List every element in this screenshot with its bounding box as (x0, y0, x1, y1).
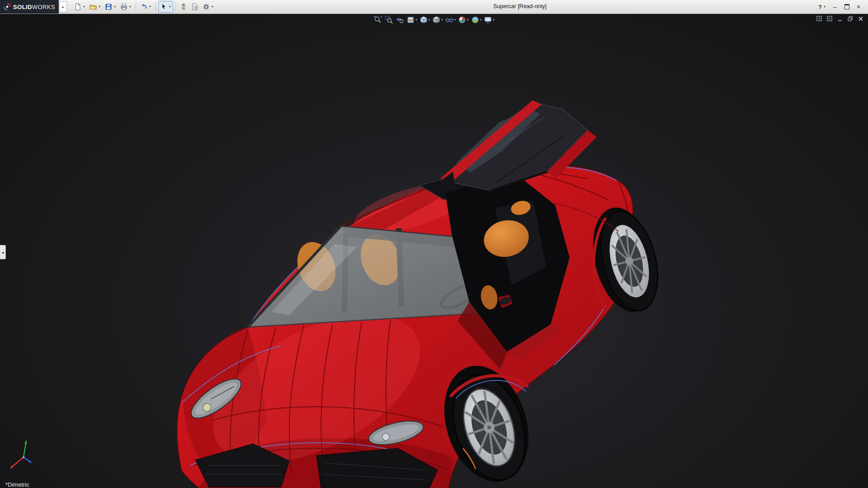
apply-scene-icon (471, 15, 480, 24)
menu-expand-tab[interactable]: ▸ (59, 1, 67, 12)
dropdown-caret[interactable]: ▾ (429, 15, 430, 24)
next-window-icon (826, 15, 833, 22)
help-button[interactable]: ? ▾ (816, 1, 828, 12)
zoom-to-area-icon (384, 15, 393, 24)
brand-text: SOLIDWORKS (13, 4, 55, 10)
view-orientation-button[interactable]: ▾ (419, 15, 431, 25)
section-view-icon (406, 15, 415, 24)
maximize-icon (844, 4, 849, 9)
dropdown-caret[interactable]: ▾ (128, 1, 132, 12)
help-icon: ? (818, 4, 822, 10)
model-canvas[interactable] (0, 14, 868, 488)
next-window-button[interactable] (826, 15, 833, 22)
undo-button[interactable]: ▾ (138, 1, 153, 13)
previous-window-button[interactable] (816, 15, 823, 22)
featuremanager-collapsed-tab[interactable]: ◀ (0, 245, 6, 259)
document-title: Supercar [Read-only] (470, 3, 570, 9)
dropdown-caret[interactable]: ▾ (148, 1, 152, 12)
zoom-to-fit-button[interactable] (373, 15, 383, 25)
minimize-document-icon (836, 15, 844, 22)
brand-solid: SOLID (13, 4, 32, 10)
previous-window-icon (816, 15, 823, 22)
minimize-document-button[interactable] (836, 15, 844, 22)
dropdown-caret[interactable]: ▾ (493, 15, 495, 24)
print-icon (120, 3, 128, 11)
panel-collapse-icon: ◀ (2, 251, 4, 254)
select-tool-button[interactable]: ▾ (158, 1, 173, 13)
open-button[interactable]: ▾ (88, 1, 103, 13)
brand-works: WORKS (32, 4, 55, 10)
dropdown-caret[interactable]: ▾ (480, 15, 482, 24)
file-properties-button[interactable] (189, 1, 200, 13)
car-model[interactable] (177, 100, 667, 488)
toolbar-separator (136, 2, 136, 11)
document-window-controls (816, 15, 864, 22)
save-icon (104, 3, 113, 11)
rebuild-icon (179, 3, 188, 11)
maximize-button[interactable] (842, 2, 852, 11)
options-button[interactable]: ▾ (201, 1, 216, 13)
edit-appearance-icon (458, 15, 467, 24)
view-orientation-icon (419, 15, 428, 24)
zoom-to-fit-icon (373, 15, 382, 24)
previous-view-button[interactable] (395, 15, 405, 25)
hide-show-items-icon (445, 15, 454, 24)
solidworks-logo: SOLIDWORKS (0, 0, 59, 14)
restore-document-button[interactable] (847, 15, 854, 22)
apply-scene-button[interactable]: ▾ (470, 15, 482, 25)
dropdown-caret[interactable]: ▾ (467, 15, 469, 24)
section-view-button[interactable]: ▾ (406, 15, 418, 25)
hide-show-items-button[interactable]: ▾ (444, 15, 457, 25)
view-settings-icon (483, 15, 492, 24)
options-icon (202, 3, 210, 11)
undo-icon (140, 3, 148, 11)
minimize-icon: – (833, 3, 837, 10)
main-toolbar: ▾ ▾ ▾ ▾ (72, 1, 216, 13)
dropdown-caret[interactable]: ▾ (211, 1, 214, 12)
restore-document-icon (847, 15, 854, 22)
coordinate-triad (6, 437, 36, 474)
dropdown-caret[interactable]: ▾ (441, 15, 443, 24)
dassault-logo-icon (4, 3, 11, 10)
close-document-button[interactable] (857, 15, 864, 22)
file-properties-icon (191, 3, 199, 11)
display-style-button[interactable]: ▾ (431, 15, 443, 25)
y-axis-green (24, 440, 27, 457)
menu-expand-icon: ▸ (62, 5, 64, 9)
dropdown-caret[interactable]: ▾ (823, 1, 826, 12)
headsup-view-toolbar: ▾ ▾ ▾ ▾ (373, 15, 495, 25)
titlebar-right-controls: ? ▾ – × (816, 1, 868, 12)
select-cursor-icon (160, 3, 168, 11)
dropdown-caret[interactable]: ▾ (98, 1, 101, 12)
save-button[interactable]: ▾ (103, 1, 118, 13)
dropdown-caret[interactable]: ▾ (82, 1, 86, 12)
z-axis-blue (24, 457, 32, 463)
view-orientation-label: *Dimetric (5, 481, 29, 488)
close-document-icon (857, 15, 864, 22)
new-document-icon (74, 3, 82, 11)
dropdown-caret[interactable]: ▾ (168, 1, 172, 12)
dropdown-caret[interactable]: ▾ (415, 15, 417, 24)
close-icon: × (857, 3, 860, 10)
titlebar[interactable]: SOLIDWORKS ▸ ▾ ▾ ▾ (0, 0, 868, 14)
dropdown-caret[interactable]: ▾ (113, 1, 117, 12)
view-settings-button[interactable]: ▾ (483, 15, 495, 25)
zoom-to-area-button[interactable] (384, 15, 394, 25)
dropdown-caret[interactable]: ▾ (454, 15, 456, 24)
display-style-icon (432, 15, 441, 24)
toolbar-separator (156, 2, 156, 11)
edit-appearance-button[interactable]: ▾ (457, 15, 469, 25)
rebuild-button[interactable] (178, 1, 189, 13)
close-button[interactable]: × (854, 2, 863, 11)
minimize-button[interactable]: – (830, 2, 840, 11)
print-button[interactable]: ▾ (118, 1, 133, 13)
graphics-area[interactable]: ▾ ▾ ▾ ▾ (0, 14, 868, 488)
new-document-button[interactable]: ▾ (72, 1, 87, 13)
previous-view-icon (395, 15, 404, 24)
x-axis-red (10, 457, 24, 469)
open-icon (89, 3, 97, 11)
toolbar-separator (175, 2, 176, 11)
